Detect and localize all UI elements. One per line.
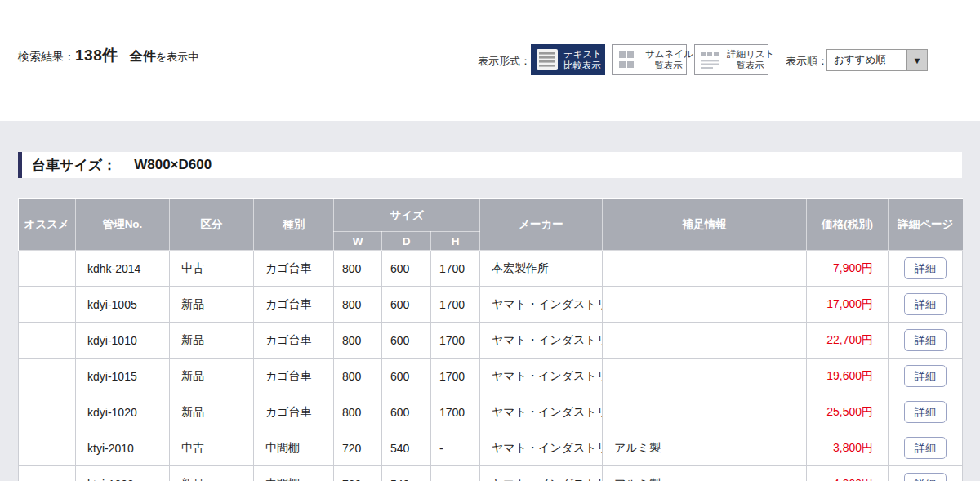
detail-button[interactable]: 詳細 <box>904 257 947 279</box>
header-width: W <box>334 232 382 251</box>
cell-category: 新品 <box>170 323 254 359</box>
cell-price: 19,600円 <box>807 359 889 394</box>
display-format-label: 表示形式： <box>478 54 531 69</box>
cell-note <box>603 323 807 359</box>
cell-maker: 本宏製作所 <box>480 251 603 287</box>
search-results-summary: 検索結果：138件全件を表示中 <box>18 45 198 66</box>
view-button-label: テキスト 比較表示 <box>564 48 602 72</box>
view-text-compare-button[interactable]: テキスト 比較表示 <box>531 44 605 75</box>
cell-detail-page: 詳細 <box>889 323 963 359</box>
cell-width: 800 <box>334 394 382 430</box>
section-title-value: W800×D600 <box>134 157 212 173</box>
cell-depth: 600 <box>382 323 431 359</box>
cell-width: 800 <box>334 323 382 359</box>
product-table-wrap: オススメ 管理No. 区分 種別 サイズ メーカー 補足情報 価格(税別) 詳細… <box>18 198 962 481</box>
header-recommend: オススメ <box>19 199 76 251</box>
cell-recommend <box>19 287 76 323</box>
sort-order-value: おすすめ順 <box>827 53 906 67</box>
cell-maker: ヤマト・インダストリー <box>480 466 603 481</box>
cell-product-no: kdhk-2014 <box>76 251 170 287</box>
cell-type: カゴ台車 <box>254 323 334 359</box>
table-row: kdyi-1005 新品 カゴ台車 800 600 1700 ヤマト・インダスト… <box>19 287 963 323</box>
cell-note: アルミ製 <box>603 430 807 466</box>
cell-price: 3,800円 <box>807 430 889 466</box>
cell-note <box>603 359 807 394</box>
cell-product-no: kdyi-1015 <box>76 359 170 394</box>
header-maker: メーカー <box>480 199 603 251</box>
header-product-no: 管理No. <box>76 199 170 251</box>
table-body: kdhk-2014 中古 カゴ台車 800 600 1700 本宏製作所 7,9… <box>19 251 963 481</box>
cell-recommend <box>19 323 76 359</box>
cell-detail-page: 詳細 <box>889 251 963 287</box>
cell-type: カゴ台車 <box>254 359 334 394</box>
detail-button[interactable]: 詳細 <box>904 401 947 423</box>
view-detail-list-button[interactable]: 詳細リスト 一覧表示 <box>694 44 768 75</box>
cell-depth: 600 <box>382 359 431 394</box>
cell-height: 1700 <box>431 323 480 359</box>
detail-button[interactable]: 詳細 <box>904 365 947 387</box>
cell-note <box>603 251 807 287</box>
cell-height: 1700 <box>431 251 480 287</box>
cell-price: 4,900円 <box>807 466 889 481</box>
cell-type: 中間棚 <box>254 466 334 481</box>
cell-note: アルミ製 <box>603 466 807 481</box>
cell-category: 新品 <box>170 359 254 394</box>
product-table: オススメ 管理No. 区分 種別 サイズ メーカー 補足情報 価格(税別) 詳細… <box>18 198 963 481</box>
results-all-label: 全件 <box>130 49 156 63</box>
sort-order-label: 表示順： <box>786 54 828 69</box>
cell-height: - <box>431 430 480 466</box>
cell-type: カゴ台車 <box>254 251 334 287</box>
cell-depth: 600 <box>382 251 431 287</box>
cell-maker: ヤマト・インダストリー <box>480 359 603 394</box>
view-thumbnail-list-button[interactable]: サムネイル 一覧表示 <box>612 44 687 75</box>
cell-height: 1700 <box>431 359 480 394</box>
header-height: H <box>431 232 480 251</box>
cell-category: 新品 <box>170 466 254 481</box>
cell-detail-page: 詳細 <box>889 430 963 466</box>
cell-product-no: kdyi-1020 <box>76 394 170 430</box>
table-row: kdhk-2014 中古 カゴ台車 800 600 1700 本宏製作所 7,9… <box>19 251 963 287</box>
cell-product-no: ktyi-1000 <box>76 466 170 481</box>
cell-detail-page: 詳細 <box>889 359 963 394</box>
header-type: 種別 <box>254 199 334 251</box>
cell-product-no: kdyi-1005 <box>76 287 170 323</box>
cell-price: 7,900円 <box>807 251 889 287</box>
section-title-label: 台車サイズ： <box>32 156 116 175</box>
chevron-down-icon[interactable]: ▼ <box>906 50 927 70</box>
detail-list-icon <box>698 47 723 72</box>
cell-type: 中間棚 <box>254 430 334 466</box>
cell-depth: 540 <box>382 430 431 466</box>
header-size: サイズ <box>334 199 480 232</box>
table-row: kdyi-1015 新品 カゴ台車 800 600 1700 ヤマト・インダスト… <box>19 359 963 394</box>
cell-width: 800 <box>334 251 382 287</box>
detail-button[interactable]: 詳細 <box>904 293 947 315</box>
sort-order-select[interactable]: おすすめ順 ▼ <box>826 49 928 71</box>
cell-height: 1700 <box>431 287 480 323</box>
detail-button[interactable]: 詳細 <box>904 473 947 481</box>
cell-depth: 600 <box>382 287 431 323</box>
cell-type: カゴ台車 <box>254 394 334 430</box>
cell-detail-page: 詳細 <box>889 287 963 323</box>
cell-detail-page: 詳細 <box>889 466 963 481</box>
cell-height: - <box>431 466 480 481</box>
cell-price: 25,500円 <box>807 394 889 430</box>
cell-maker: ヤマト・インダストリー <box>480 430 603 466</box>
header-category: 区分 <box>170 199 254 251</box>
cell-category: 中古 <box>170 430 254 466</box>
cell-maker: ヤマト・インダストリー <box>480 394 603 430</box>
results-count: 138件 <box>75 47 118 64</box>
header-detail-page: 詳細ページ <box>889 199 963 251</box>
cell-product-no: ktyi-2010 <box>76 430 170 466</box>
cell-note <box>603 394 807 430</box>
section-title-bar: 台車サイズ： W800×D600 <box>18 152 962 178</box>
cell-category: 新品 <box>170 394 254 430</box>
results-suffix: を表示中 <box>156 51 198 63</box>
cell-maker: ヤマト・インダストリー <box>480 287 603 323</box>
product-list-page: 検索結果：138件全件を表示中 表示形式： テキスト 比較表示 <box>0 0 980 481</box>
cell-width: 800 <box>334 359 382 394</box>
cell-category: 新品 <box>170 287 254 323</box>
thumbnail-grid-icon <box>617 47 641 72</box>
cell-recommend <box>19 394 76 430</box>
detail-button[interactable]: 詳細 <box>904 437 947 459</box>
detail-button[interactable]: 詳細 <box>904 329 947 351</box>
